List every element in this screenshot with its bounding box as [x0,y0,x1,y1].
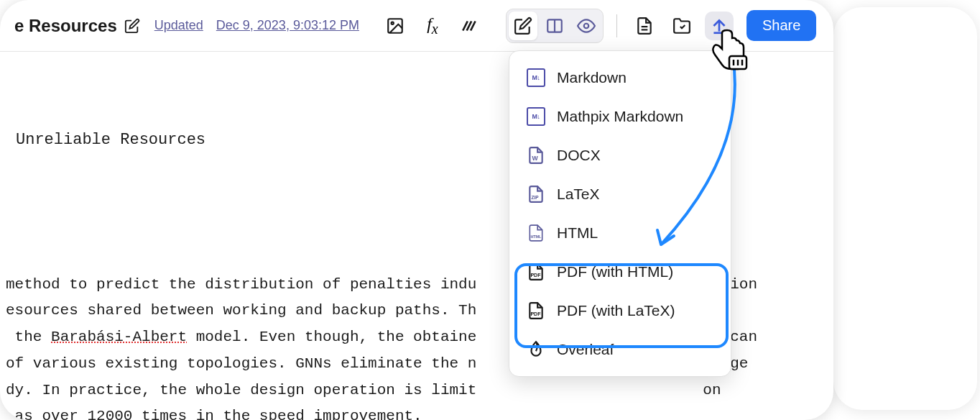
view-mode-group [506,9,604,43]
edit-mode-icon[interactable] [509,12,537,40]
markdown-icon: M↓ [527,68,545,87]
spelling-error: Barabási-Albert [51,329,187,345]
svg-text:PDF: PDF [530,273,541,278]
formula-icon[interactable]: fx [418,12,447,40]
export-pdf-html[interactable]: PDF PDF (with HTML) [509,252,731,291]
folder-icon[interactable] [667,12,696,40]
dropdown-label: Mathpix Markdown [557,108,683,125]
export-markdown[interactable]: M↓ Markdown [509,58,731,97]
pdf-icon: PDF [527,262,545,281]
zip-icon: ZIP [527,185,545,204]
svg-text:PDF: PDF [530,311,541,316]
edit-title-icon[interactable] [124,18,140,34]
dropdown-label: DOCX [557,147,601,164]
dropdown-label: LaTeX [557,186,600,203]
dropdown-label: PDF (with HTML) [557,263,673,280]
export-docx[interactable]: W DOCX [509,136,731,175]
export-latex[interactable]: ZIP LaTeX [509,175,731,214]
split-view-icon[interactable] [540,12,569,40]
doc-title: e Resources [14,16,117,36]
docx-icon: W [527,146,545,165]
image-icon[interactable] [381,12,410,40]
share-button[interactable]: Share [746,10,816,41]
document-icon[interactable] [630,12,659,40]
background-panel [833,7,977,410]
dropdown-label: Markdown [557,69,627,86]
export-mathpix-markdown[interactable]: M↓ Mathpix Markdown [509,97,731,136]
svg-text:ZIP: ZIP [532,195,540,200]
export-button[interactable] [705,12,734,40]
export-pdf-latex[interactable]: PDF PDF (with LaTeX) [509,291,731,330]
updated-date[interactable]: Dec 9, 2023, 9:03:12 PM [216,18,359,33]
pdf-icon: PDF [527,301,545,320]
overleaf-icon [527,340,545,359]
toolbar-divider [616,14,617,37]
svg-point-1 [392,22,394,24]
svg-text:HTML: HTML [530,234,542,239]
markdown-icon: M↓ [527,107,545,126]
svg-text:W: W [532,155,539,162]
export-overleaf[interactable]: Overleaf [509,330,731,369]
export-dropdown: M↓ Markdown M↓ Mathpix Markdown W DOCX Z… [509,50,731,377]
svg-point-4 [584,23,589,28]
html-icon: HTML [527,224,545,242]
dropdown-label: HTML [557,224,598,242]
updated-label[interactable]: Updated [154,18,203,33]
scribble-icon[interactable] [456,12,484,40]
dropdown-label: PDF (with LaTeX) [557,302,675,319]
toolbar: e Resources Updated Dec 9, 2023, 9:03:12… [0,0,833,52]
title-section: e Resources [14,16,140,36]
export-html[interactable]: HTML HTML [509,214,731,252]
preview-icon[interactable] [572,12,601,40]
dropdown-label: Overleaf [557,341,614,358]
